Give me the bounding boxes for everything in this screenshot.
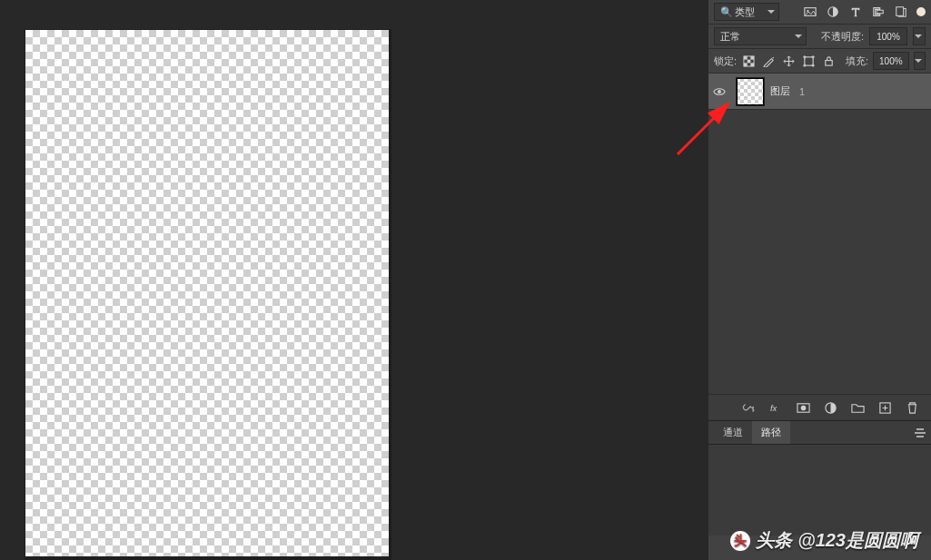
svg-rect-6 — [750, 55, 754, 59]
workspace — [0, 0, 708, 560]
svg-rect-8 — [744, 63, 748, 66]
layer-index: 1 — [799, 86, 805, 97]
lock-artboard-icon[interactable] — [801, 53, 817, 69]
blend-mode-value: 正常 — [720, 30, 740, 44]
filter-toggle-switch[interactable] — [916, 7, 926, 16]
layer-fx-icon[interactable]: fx — [768, 399, 784, 416]
new-layer-icon[interactable] — [877, 399, 893, 416]
svg-point-15 — [800, 405, 806, 410]
tab-paths[interactable]: 路径 — [752, 421, 790, 444]
filter-shape-icon[interactable] — [870, 4, 886, 20]
opacity-chevron[interactable] — [913, 27, 926, 45]
new-group-icon[interactable] — [849, 399, 866, 416]
blend-opacity-row: 正常 不透明度: 100% — [708, 25, 931, 49]
svg-rect-7 — [748, 59, 751, 63]
svg-point-12 — [718, 90, 721, 93]
lock-position-icon[interactable] — [781, 53, 797, 69]
layer-thumbnail[interactable] — [736, 77, 765, 106]
layer-row[interactable]: 图层 1 — [708, 74, 931, 110]
svg-rect-5 — [744, 55, 748, 59]
canvas-transparent[interactable] — [25, 30, 389, 556]
layer-panel-footer: fx — [708, 394, 931, 421]
svg-rect-3 — [896, 7, 904, 16]
lock-all-icon[interactable] — [821, 53, 837, 69]
fill-chevron[interactable] — [914, 52, 926, 70]
svg-rect-11 — [826, 60, 832, 65]
visibility-eye-icon[interactable] — [713, 85, 726, 98]
delete-layer-icon[interactable] — [904, 399, 920, 416]
layer-filter-row: 🔍 类型 — [708, 0, 931, 25]
opacity-value[interactable]: 100% — [869, 27, 907, 45]
filter-icon-strip — [802, 4, 909, 20]
layer-list: 图层 1 — [708, 74, 931, 394]
filter-smartobject-icon[interactable] — [893, 4, 909, 20]
secondary-panel-tabs: 通道 路径 — [708, 421, 931, 445]
visibility-column — [708, 85, 730, 98]
lock-transparency-icon[interactable] — [741, 53, 757, 69]
svg-rect-9 — [750, 63, 754, 66]
layer-filter-label: 类型 — [735, 5, 755, 19]
link-layers-icon[interactable] — [740, 399, 757, 416]
svg-text:fx: fx — [769, 404, 777, 413]
fill-label: 填充: — [846, 54, 868, 68]
lock-label: 锁定: — [714, 54, 737, 68]
add-adjustment-icon[interactable] — [822, 399, 838, 416]
fill-value[interactable]: 100% — [873, 52, 909, 70]
search-icon: 🔍 — [720, 6, 733, 18]
panel-menu-icon[interactable] — [913, 427, 927, 439]
tab-channels[interactable]: 通道 — [714, 421, 752, 444]
opacity-label: 不透明度: — [821, 30, 864, 44]
svg-rect-10 — [805, 56, 813, 64]
lock-fill-row: 锁定: 填充: 100% — [708, 49, 931, 74]
layer-filter-dropdown[interactable]: 🔍 类型 — [714, 3, 779, 21]
filter-pixel-icon[interactable] — [802, 4, 818, 20]
layer-name[interactable]: 图层 — [770, 84, 790, 98]
paths-panel-body[interactable] — [708, 445, 931, 535]
layers-panel: 🔍 类型 正常 不透明度: 100% — [708, 0, 931, 560]
filter-type-icon[interactable] — [847, 4, 864, 20]
add-mask-icon[interactable] — [795, 399, 811, 416]
lock-pixels-icon[interactable] — [761, 53, 777, 69]
blend-mode-dropdown[interactable]: 正常 — [714, 27, 807, 45]
filter-adjustment-icon[interactable] — [825, 4, 841, 20]
